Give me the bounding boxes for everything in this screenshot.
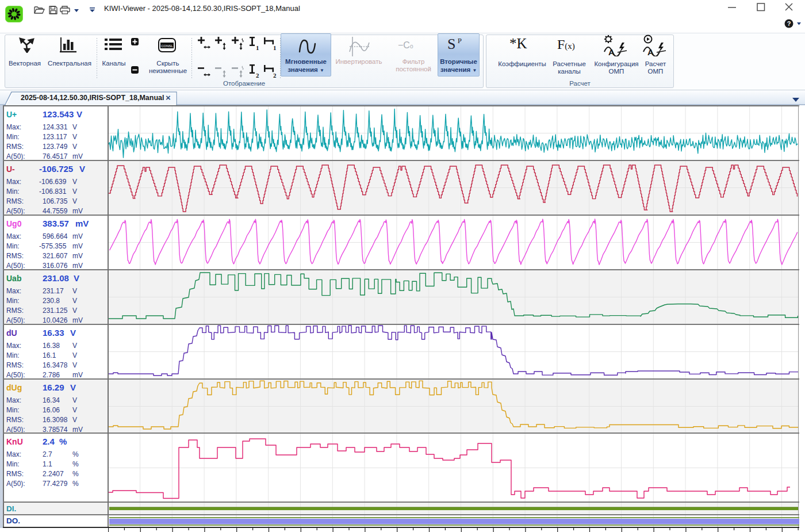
- svg-text:A: A: [608, 47, 615, 56]
- svg-text:2: 2: [256, 72, 259, 79]
- svg-text:1: 1: [256, 44, 259, 51]
- svg-text:CONSL: CONSL: [161, 44, 173, 48]
- svg-text:?: ?: [787, 20, 791, 27]
- svg-text:A: A: [647, 47, 654, 56]
- svg-text:1: 1: [273, 44, 277, 51]
- svg-text:2: 2: [273, 72, 277, 79]
